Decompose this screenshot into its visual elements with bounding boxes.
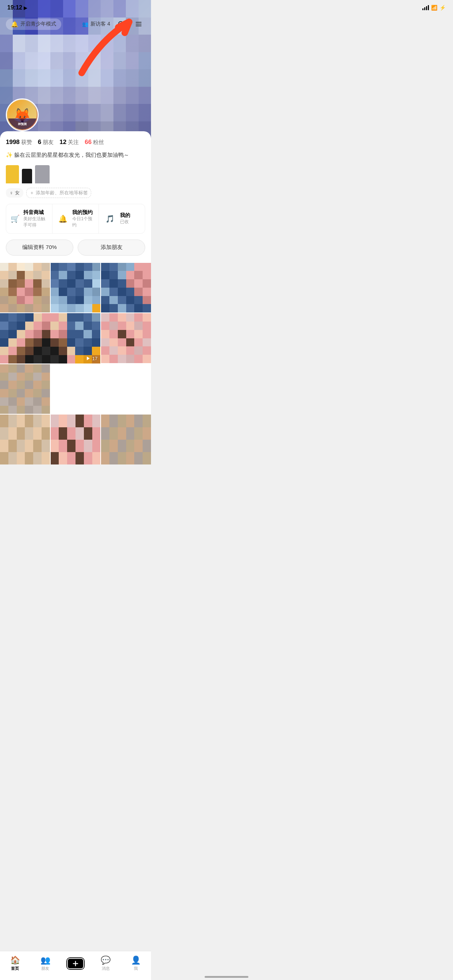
booking-icon: 🔔 (57, 212, 69, 225)
action-buttons: 编辑资料 70% 添加朋友 (6, 240, 145, 256)
svg-point-0 (118, 22, 123, 26)
tags-row: ♀ 女 ＋ 添加年龄、所在地等标签 (6, 188, 145, 198)
content-grid: 17 (0, 263, 151, 414)
grid-item-5[interactable] (101, 313, 151, 363)
music-name: 我的 (120, 212, 130, 219)
color-swatches (6, 165, 145, 183)
followers-label: 粉丝 (93, 139, 104, 146)
service-music[interactable]: 🎵 我的 已收 (99, 204, 145, 233)
notification-text: 开启青少年模式 (21, 21, 56, 27)
booking-name: 我的预约 (72, 209, 94, 216)
likes-number: 1998 (6, 138, 20, 146)
shop-name: 抖音商城 (23, 209, 48, 216)
play-count-4: 17 (86, 356, 97, 361)
top-bar-right: 👥 新访客 4 (82, 18, 145, 30)
avatar-image: 🦊 神预测 (7, 100, 38, 130)
edit-profile-button[interactable]: 编辑资料 70% (6, 240, 73, 256)
search-button[interactable] (115, 18, 128, 30)
service-row: 🛒 抖音商城 美好生活触手可得 🔔 我的预约 今日1个预约 🎵 我的 已收 (6, 204, 145, 234)
music-info: 我的 已收 (120, 212, 130, 225)
content-grid-row2 (0, 415, 151, 465)
grid-item-2[interactable] (51, 263, 100, 313)
visitor-badge[interactable]: 👥 新访客 4 (82, 21, 110, 27)
avatar-area: 🦊 神预测 (6, 99, 39, 131)
likes-label: 获赞 (21, 139, 32, 146)
menu-button[interactable] (132, 18, 145, 30)
avatar[interactable]: 🦊 神预测 (6, 99, 39, 131)
shop-icon: 🛒 (11, 212, 20, 225)
tag-gender[interactable]: ♀ 女 (6, 188, 23, 197)
svg-line-1 (123, 25, 124, 27)
swatch-black (22, 169, 32, 183)
bio-text: ✨ 躲在云层里的星星都在发光，我们也要加油鸭～ (6, 151, 145, 159)
bell-icon: 🔔 (11, 21, 18, 28)
grid-item-7[interactable] (0, 415, 50, 465)
friends-number: 6 (38, 138, 41, 146)
swatch-yellow (6, 165, 19, 183)
play-count-text: 17 (92, 356, 97, 361)
cover-area: 🔔 开启青少年模式 👥 新访客 4 (0, 0, 151, 138)
shop-info: 抖音商城 美好生活触手可得 (23, 209, 48, 228)
location-icon: ▶ (24, 5, 27, 11)
grid-item-4[interactable]: 17 (0, 313, 100, 363)
stats-row: 1998 获赞 6 朋友 12 关注 66 粉丝 (6, 138, 145, 146)
following-label: 关注 (68, 139, 79, 146)
tag-add-button[interactable]: ＋ 添加年龄、所在地等标签 (26, 188, 91, 198)
followers-number: 66 (85, 138, 91, 146)
booking-info: 我的预约 今日1个预约 (72, 209, 94, 228)
add-icon: ＋ (30, 189, 34, 196)
svg-marker-5 (87, 356, 90, 360)
stat-friends[interactable]: 6 朋友 (38, 138, 54, 146)
grid-item-6[interactable] (0, 364, 50, 414)
booking-desc: 今日1个预约 (72, 216, 94, 228)
gender-icon: ♀ (10, 190, 13, 196)
stat-followers[interactable]: 66 粉丝 (85, 138, 104, 146)
service-shop[interactable]: 🛒 抖音商城 美好生活触手可得 (6, 204, 53, 233)
tag-gender-label: 女 (15, 189, 20, 196)
grid-item-8[interactable] (51, 415, 100, 465)
music-icon: 🎵 (103, 212, 116, 225)
grid-item-9[interactable] (101, 415, 151, 465)
status-time: 19:12 (7, 5, 22, 11)
profile-content: 1998 获赞 6 朋友 12 关注 66 粉丝 ✨ 躲在云层里的星星都在发光，… (0, 131, 151, 465)
notification-bar[interactable]: 🔔 开启青少年模式 (6, 19, 61, 30)
stat-likes: 1998 获赞 (6, 138, 32, 146)
grid-item-3[interactable] (101, 263, 151, 313)
top-bar: 🔔 开启青少年模式 👥 新访客 4 (0, 14, 151, 33)
shop-desc: 美好生活触手可得 (23, 216, 48, 228)
tag-add-label: 添加年龄、所在地等标签 (36, 189, 88, 196)
stat-following[interactable]: 12 关注 (59, 138, 79, 146)
status-bar: 19:12 ▶ 📶 ⚡ (0, 0, 151, 13)
friends-label: 朋友 (43, 139, 54, 146)
visitor-icon: 👥 (82, 21, 88, 27)
following-number: 12 (59, 138, 66, 146)
swatch-gray (35, 165, 49, 183)
music-desc: 已收 (120, 219, 130, 225)
add-friend-button[interactable]: 添加朋友 (78, 240, 145, 256)
service-booking[interactable]: 🔔 我的预约 今日1个预约 (53, 204, 99, 233)
grid-item-1[interactable] (0, 263, 50, 313)
visitor-text: 新访客 4 (91, 21, 110, 27)
